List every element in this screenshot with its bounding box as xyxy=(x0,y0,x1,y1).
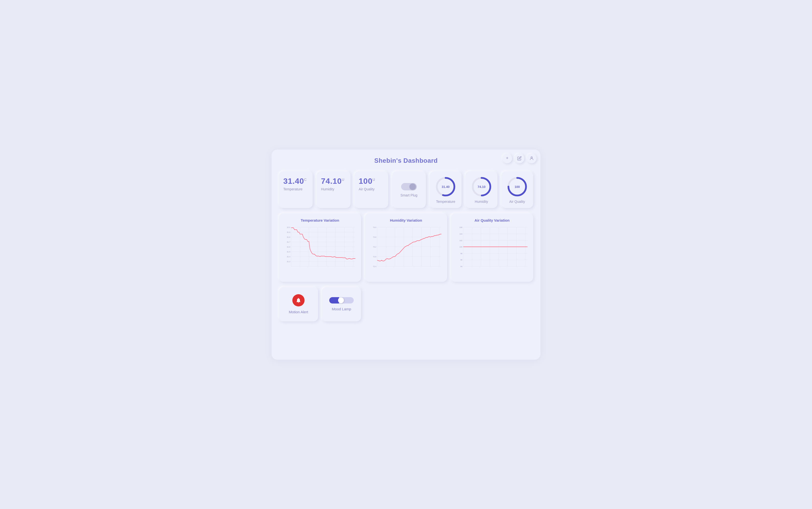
airquality-value: 100U xyxy=(359,177,375,186)
temperature-chart-svg: 32.0 31.9 31.8 31.7 31.6 31.5 31.4 31.3 xyxy=(282,225,358,274)
aq-chart-svg: 106 104 102 100 98 96 94 xyxy=(454,225,530,274)
temperature-line xyxy=(291,228,356,259)
edit-button[interactable] xyxy=(514,154,524,163)
mood-slider-knob xyxy=(338,297,344,303)
humidity-unit: U xyxy=(342,178,344,181)
smart-plug-label: Smart Plug xyxy=(400,193,417,197)
svg-text:32.0: 32.0 xyxy=(287,226,291,228)
temperature-chart-title: Temperature Variation xyxy=(282,218,358,223)
svg-text:106: 106 xyxy=(460,226,463,228)
mood-lamp-label: Mood Lamp xyxy=(332,307,351,311)
stat-cards-row: 31.40C Temperature 74.10U Humidity 100U … xyxy=(279,171,533,208)
svg-text:72.4: 72.4 xyxy=(373,265,377,267)
svg-text:31.5: 31.5 xyxy=(287,250,291,253)
mood-lamp-slider[interactable] xyxy=(329,297,354,304)
svg-text:104: 104 xyxy=(460,233,463,235)
toggle-knob xyxy=(409,183,416,190)
humidity-gauge-label: Humidity xyxy=(475,200,488,204)
dashboard-container: + Shebin's Dashboard 31.40C Temperature xyxy=(272,149,540,360)
profile-button[interactable] xyxy=(527,154,537,163)
dashboard-title: Shebin's Dashboard xyxy=(279,157,533,165)
motion-alert-card: Motion Alert xyxy=(279,287,318,321)
airquality-gauge-label: Air Quality xyxy=(509,200,525,204)
humidity-chart-svg: 74.0 73.6 73.2 72.8 72.4 xyxy=(368,225,444,274)
top-buttons: + xyxy=(502,154,537,163)
airquality-unit: U xyxy=(373,178,375,181)
airquality-gauge-card: 100 Air Quality xyxy=(501,171,533,208)
svg-text:72.8: 72.8 xyxy=(373,256,376,258)
bell-icon xyxy=(296,297,301,303)
svg-text:31.3: 31.3 xyxy=(287,260,291,263)
temperature-chart-card: Temperature Variation xyxy=(279,213,361,282)
bottom-cards-row: Motion Alert Mood Lamp xyxy=(279,287,533,321)
add-button[interactable]: + xyxy=(502,154,512,163)
humidity-line xyxy=(377,234,441,261)
bell-icon-circle xyxy=(292,294,305,306)
charts-row: Temperature Variation xyxy=(279,213,533,282)
humidity-chart-title: Humidity Variation xyxy=(368,218,444,223)
humidity-stat-card: 74.10U Humidity xyxy=(316,171,350,208)
svg-text:31.7: 31.7 xyxy=(287,241,291,243)
svg-text:100: 100 xyxy=(514,185,520,189)
svg-text:31.40: 31.40 xyxy=(442,185,450,189)
svg-text:31.8: 31.8 xyxy=(287,236,291,238)
svg-text:73.6: 73.6 xyxy=(373,236,376,238)
temperature-gauge-svg: 31.40 xyxy=(435,176,456,198)
temperature-gauge-card: 31.40 Temperature xyxy=(430,171,462,208)
svg-text:96: 96 xyxy=(461,259,463,261)
svg-text:74.10: 74.10 xyxy=(477,185,485,189)
aq-chart-title: Air Quality Variation xyxy=(454,218,530,223)
airquality-gauge-svg: 100 xyxy=(506,176,528,198)
svg-text:31.4: 31.4 xyxy=(287,256,291,258)
humidity-chart-card: Humidity Variation xyxy=(365,213,447,282)
temperature-label: Temperature xyxy=(283,187,303,191)
svg-text:98: 98 xyxy=(461,252,463,254)
humidity-gauge-svg: 74.10 xyxy=(471,176,493,198)
svg-text:100: 100 xyxy=(460,246,463,248)
airquality-stat-card: 100U Air Quality xyxy=(354,171,388,208)
svg-text:31.9: 31.9 xyxy=(287,231,291,233)
humidity-gauge-card: 74.10 Humidity xyxy=(465,171,497,208)
smart-plug-toggle[interactable] xyxy=(401,183,417,190)
svg-text:94: 94 xyxy=(461,265,463,267)
aq-chart-card: Air Quality Variation xyxy=(451,213,533,282)
humidity-value: 74.10U xyxy=(321,177,344,186)
humidity-label: Humidity xyxy=(321,187,334,191)
svg-text:31.6: 31.6 xyxy=(287,246,291,248)
svg-point-0 xyxy=(531,157,532,158)
smart-plug-card: Smart Plug xyxy=(392,171,426,208)
svg-text:73.2: 73.2 xyxy=(373,246,376,248)
temperature-value: 31.40C xyxy=(283,177,307,186)
temperature-unit: C xyxy=(304,178,307,181)
temperature-stat-card: 31.40C Temperature xyxy=(279,171,313,208)
motion-alert-label: Motion Alert xyxy=(289,310,308,314)
svg-text:102: 102 xyxy=(460,239,463,241)
temperature-gauge-label: Temperature xyxy=(436,200,455,204)
svg-text:74.0: 74.0 xyxy=(373,226,376,228)
airquality-label: Air Quality xyxy=(359,187,375,191)
mood-lamp-card: Mood Lamp xyxy=(322,287,361,321)
